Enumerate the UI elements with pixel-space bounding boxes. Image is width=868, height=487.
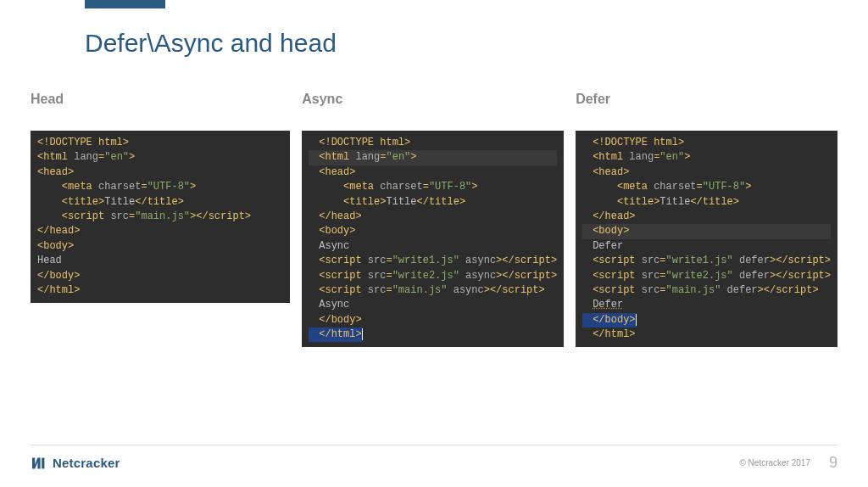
netcracker-icon: [31, 456, 47, 470]
column-async-label: Async: [302, 92, 564, 107]
brand-name: Netcracker: [53, 456, 120, 470]
code-block-head: <!DOCTYPE html> <html lang="en"> <head> …: [31, 131, 290, 303]
slide-page: Defer\Async and head Head <!DOCTYPE html…: [0, 0, 868, 487]
brand-logo: Netcracker: [31, 456, 120, 470]
column-head: Head <!DOCTYPE html> <html lang="en"> <h…: [31, 92, 290, 347]
column-defer: Defer <!DOCTYPE html> <html lang="en"> <…: [576, 92, 837, 347]
column-async: Async <!DOCTYPE html> <html lang="en"> <…: [302, 92, 564, 347]
code-block-async: <!DOCTYPE html> <html lang="en"> <head> …: [302, 131, 564, 347]
copyright: © Netcracker 2017: [739, 458, 810, 467]
code-columns: Head <!DOCTYPE html> <html lang="en"> <h…: [31, 92, 837, 347]
page-number: 9: [829, 454, 837, 472]
column-defer-label: Defer: [576, 92, 837, 107]
code-block-defer: <!DOCTYPE html> <html lang="en"> <head> …: [576, 131, 837, 347]
footer: Netcracker © Netcracker 2017 9: [31, 445, 837, 472]
accent-tab: [85, 0, 165, 8]
footer-right: © Netcracker 2017 9: [739, 454, 837, 472]
column-head-label: Head: [31, 92, 290, 107]
slide-title: Defer\Async and head: [85, 29, 337, 58]
